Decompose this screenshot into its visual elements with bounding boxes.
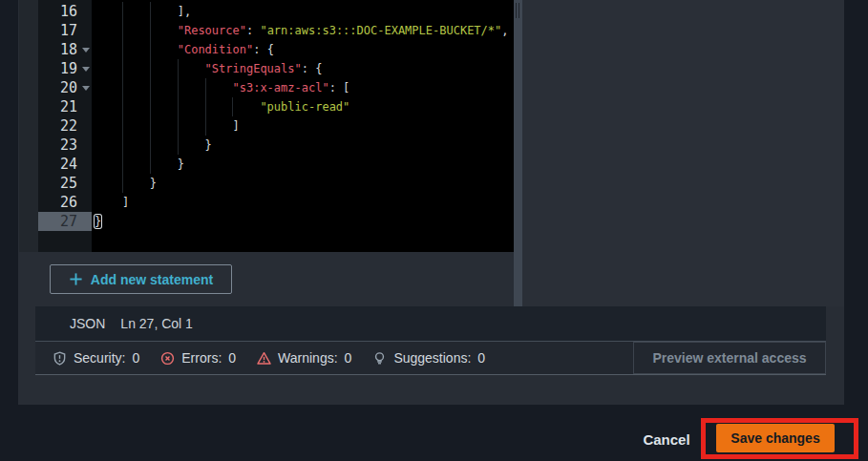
- bucket-policy-editor-screen: 161718192021222324252627 ], "Resource": …: [0, 0, 868, 461]
- splitter-grip-icon: [516, 3, 517, 18]
- indent-guide: [122, 116, 123, 136]
- suggestions-status: Suggestions: 0: [372, 350, 485, 366]
- line-number: 18: [60, 41, 77, 58]
- indent-guide: [150, 40, 151, 59]
- errors-label: Errors:: [181, 350, 222, 366]
- policy-code-editor[interactable]: ], "Resource": "arn:aws:s3:::DOC-EXAMPLE…: [92, 0, 514, 252]
- indent-guide: [122, 40, 123, 59]
- code-line: }: [92, 212, 514, 231]
- gutter-row: 24: [38, 155, 92, 174]
- code-line: "StringEquals": {: [92, 59, 514, 78]
- gutter-row: 22: [38, 116, 92, 136]
- suggestions-count: 0: [477, 350, 485, 366]
- indent-guide: [205, 116, 206, 136]
- gutter-row: 18: [38, 40, 92, 59]
- preview-external-access-button[interactable]: Preview external access: [633, 342, 826, 374]
- indent-guide: [150, 78, 151, 97]
- indent-guide: [178, 59, 179, 78]
- code-line: "s3:x-amz-acl": [: [92, 78, 514, 97]
- indent-guide: [150, 59, 151, 78]
- gutter-row: 21: [38, 97, 92, 116]
- warnings-status: Warnings: 0: [257, 350, 351, 366]
- suggestions-label: Suggestions:: [393, 350, 471, 366]
- gutter-row: 23: [38, 136, 92, 155]
- line-number: 21: [60, 98, 77, 115]
- gutter-row: 26: [38, 193, 92, 212]
- indent-guide: [122, 59, 123, 78]
- indent-guide: [122, 2, 123, 21]
- indent-guide: [150, 116, 151, 136]
- indent-guide: [122, 78, 123, 97]
- warnings-label: Warnings:: [278, 350, 338, 366]
- errors-count: 0: [228, 350, 236, 366]
- line-number: 16: [60, 3, 77, 20]
- indent-guide: [122, 155, 123, 174]
- indent-guide: [205, 78, 206, 97]
- indent-guide: [178, 97, 179, 116]
- indent-guide: [232, 97, 233, 116]
- editor-annotation-strip: [19, 0, 38, 252]
- indent-guide: [178, 78, 179, 97]
- line-number: 27: [60, 213, 77, 230]
- gutter-row: 20: [38, 78, 92, 97]
- add-new-statement-button[interactable]: Add new statement: [50, 264, 232, 294]
- indent-guide: [122, 21, 123, 40]
- gutter-row: 27: [38, 212, 92, 231]
- indent-guide: [150, 2, 151, 21]
- policy-editor-card: 161718192021222324252627 ], "Resource": …: [18, 0, 844, 405]
- gutter-row: 25: [38, 174, 92, 193]
- line-number: 23: [60, 136, 77, 154]
- add-new-statement-label: Add new statement: [91, 272, 213, 287]
- line-number: 17: [60, 22, 77, 39]
- fold-arrow-icon[interactable]: [82, 86, 90, 91]
- editor-gutter: 161718192021222324252627: [38, 0, 92, 252]
- line-number: 19: [60, 60, 77, 77]
- language-indicator: JSON: [70, 316, 105, 331]
- cancel-button[interactable]: Cancel: [638, 428, 695, 451]
- code-line: ],: [92, 2, 514, 21]
- cursor-position: Ln 27, Col 1: [120, 316, 193, 331]
- gutter-row: 19: [38, 59, 92, 78]
- code-line: "Condition": {: [92, 40, 514, 59]
- line-number: 20: [60, 79, 77, 96]
- indent-guide: [122, 136, 123, 155]
- indent-guide: [150, 21, 151, 40]
- fold-arrow-icon[interactable]: [82, 67, 90, 72]
- indent-guide: [122, 174, 123, 193]
- code-line: }: [92, 136, 514, 155]
- right-panel: [522, 0, 844, 306]
- gutter-row: 17: [38, 21, 92, 40]
- code-line: ]: [92, 193, 514, 212]
- line-number: 22: [60, 117, 77, 135]
- indent-guide: [150, 136, 151, 155]
- plus-icon: [69, 272, 83, 286]
- splitter-grip-icon: [519, 3, 519, 18]
- indent-guide: [122, 97, 123, 116]
- bulb-icon: [372, 351, 387, 366]
- save-changes-button[interactable]: Save changes: [716, 424, 835, 452]
- text-cursor: }: [95, 215, 101, 228]
- validation-bar: Security: 0 Errors: 0 Warnings: 0: [35, 341, 826, 375]
- code-line: "public-read": [92, 97, 514, 116]
- indent-guide: [150, 97, 151, 116]
- gutter-row: 16: [38, 2, 92, 21]
- security-count: 0: [132, 350, 139, 366]
- indent-guide: [205, 97, 206, 116]
- editor-status-bar: JSON Ln 27, Col 1: [35, 306, 826, 341]
- security-status: Security: 0: [53, 350, 139, 366]
- indent-guide: [150, 155, 151, 174]
- line-number: 26: [60, 194, 77, 211]
- warnings-count: 0: [345, 350, 352, 366]
- security-label: Security:: [74, 350, 125, 366]
- shield-icon: [53, 351, 67, 366]
- code-line: }: [92, 174, 514, 193]
- indent-guide: [178, 116, 179, 136]
- code-line: "Resource": "arn:aws:s3:::DOC-EXAMPLE-BU…: [92, 21, 514, 40]
- error-icon: [160, 351, 175, 366]
- panel-splitter-handle[interactable]: [514, 0, 522, 306]
- fold-arrow-icon[interactable]: [82, 48, 90, 52]
- line-number: 25: [60, 175, 77, 192]
- indent-guide: [178, 136, 179, 155]
- errors-status: Errors: 0: [160, 350, 236, 366]
- code-line: ]: [92, 116, 514, 136]
